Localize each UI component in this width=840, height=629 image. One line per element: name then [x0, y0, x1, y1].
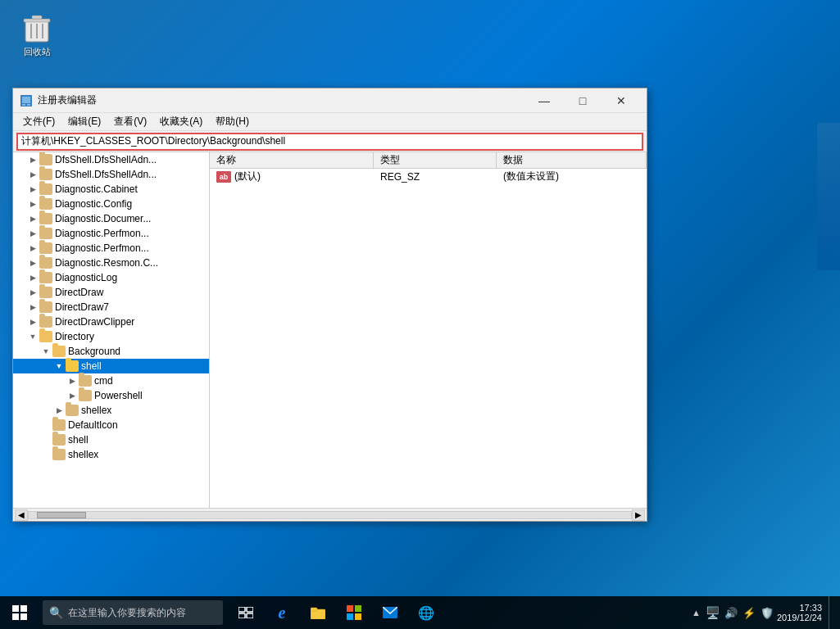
tree-item-diagnostic-cabinet[interactable]: ▶ Diagnostic.Cabinet	[13, 182, 209, 197]
expand-icon: ▼	[26, 330, 39, 343]
expand-icon: ▶	[26, 286, 39, 299]
svg-rect-2	[32, 16, 42, 19]
menu-favorites[interactable]: 收藏夹(A)	[153, 114, 209, 130]
cortana-button[interactable]: 🌐	[410, 596, 443, 629]
system-tray: ▲ 🖥️ 🔊 ⚡ 🛡️	[692, 606, 774, 619]
recycle-bin-label: 回收站	[24, 46, 51, 58]
scroll-track[interactable]	[28, 511, 632, 519]
folder-icon	[39, 242, 52, 254]
tree-label: Diagnostic.Config	[55, 198, 132, 210]
clock-time: 17:33	[777, 603, 822, 613]
maximize-button[interactable]: □	[564, 88, 602, 113]
folder-icon	[66, 360, 79, 372]
folder-icon	[52, 434, 66, 446]
close-button[interactable]: ✕	[602, 88, 640, 113]
recycle-bin-icon[interactable]: 回收站	[8, 8, 66, 61]
recycle-bin-image	[20, 11, 53, 44]
svg-rect-18	[238, 607, 245, 612]
tree-label: shell	[81, 360, 102, 372]
store-button[interactable]	[338, 596, 370, 629]
tree-item-directdraw7[interactable]: ▶ DirectDraw7	[13, 300, 209, 314]
tree-item-diagnostic-resmon[interactable]: ▶ Diagnostic.Resmon.C...	[13, 256, 209, 270]
row-name-label: (默认)	[234, 170, 261, 183]
tree-item-cmd[interactable]: ▶ cmd	[13, 373, 209, 388]
ab-icon: ab	[216, 171, 231, 183]
tree-panel[interactable]: ▶ DfsShell.DfsShellAdn... ▶ DfsShell.Dfs…	[13, 152, 210, 508]
taskbar-right: ▲ 🖥️ 🔊 ⚡ 🛡️ 17:33 2019/12/24	[692, 596, 840, 629]
scroll-right-button[interactable]: ▶	[632, 509, 645, 521]
tree-item-dfsshell1[interactable]: ▶ DfsShell.DfsShellAdn...	[13, 152, 209, 167]
file-explorer-button[interactable]	[302, 596, 334, 629]
folder-icon	[39, 154, 52, 165]
table-row[interactable]: ab (默认) REG_SZ (数值未设置)	[210, 169, 647, 185]
folder-icon	[52, 346, 66, 357]
clock-date: 2019/12/24	[777, 613, 822, 622]
menu-file[interactable]: 文件(F)	[16, 114, 61, 130]
tree-item-powershell[interactable]: ▶ Powershell	[13, 388, 209, 403]
tree-item-shellex2[interactable]: shellex	[13, 447, 209, 462]
col-header-type[interactable]: 类型	[374, 152, 497, 168]
tree-label: DfsShell.DfsShellAdn...	[55, 154, 157, 165]
tree-item-shell[interactable]: ▼ shell	[13, 359, 209, 373]
svg-rect-25	[355, 605, 361, 612]
cell-data: (数值未设置)	[497, 169, 647, 184]
tree-item-directdraw[interactable]: ▶ DirectDraw	[13, 285, 209, 300]
svg-rect-23	[311, 608, 317, 611]
expand-icon: ▼	[52, 360, 66, 373]
blue-accent-panel	[817, 123, 840, 270]
desktop: 回收站 此电脑 注册表编辑器	[0, 0, 840, 629]
menu-edit[interactable]: 编辑(E)	[61, 114, 107, 130]
task-view-button[interactable]	[229, 596, 262, 629]
tree-item-defaulticon[interactable]: DefaultIcon	[13, 418, 209, 432]
svg-rect-24	[347, 605, 353, 612]
expand-icon: ▶	[26, 212, 39, 225]
horizontal-scrollbar[interactable]: ◀ ▶	[13, 508, 647, 521]
tree-item-directory[interactable]: ▼ Directory	[13, 329, 209, 344]
menu-help[interactable]: 帮助(H)	[209, 114, 256, 130]
folder-icon	[39, 169, 52, 180]
taskbar-clock[interactable]: 17:33 2019/12/24	[777, 603, 822, 622]
ie-button[interactable]: e	[266, 596, 298, 629]
tree-item-diagnostic-documer[interactable]: ▶ Diagnostic.Documer...	[13, 211, 209, 226]
scroll-left-button[interactable]: ◀	[15, 509, 28, 521]
tree-item-diagnosticlog[interactable]: ▶ DiagnosticLog	[13, 270, 209, 285]
col-header-name[interactable]: 名称	[210, 152, 374, 168]
tree-label: DirectDrawClipper	[55, 316, 134, 328]
tree-label: Background	[68, 346, 120, 357]
svg-rect-17	[20, 613, 27, 620]
tree-item-directdrawclipper[interactable]: ▶ DirectDrawClipper	[13, 314, 209, 329]
tree-item-background[interactable]: ▼ Background	[13, 344, 209, 359]
tree-item-diagnostic-perfmon2[interactable]: ▶ Diagnostic.Perfmon...	[13, 241, 209, 256]
svg-rect-13	[27, 104, 30, 106]
window-title: 注册表编辑器	[38, 93, 525, 107]
expand-icon	[39, 419, 52, 432]
svg-rect-15	[20, 605, 27, 612]
menu-view[interactable]: 查看(V)	[107, 114, 153, 130]
tray-up-arrow[interactable]: ▲	[692, 608, 701, 618]
start-button[interactable]	[0, 596, 39, 629]
tree-label: Diagnostic.Documer...	[55, 213, 151, 224]
network-icon: 🖥️	[706, 606, 720, 619]
cell-name: ab (默认)	[210, 169, 374, 184]
tree-item-shellex-sub[interactable]: ▶ shellex	[13, 403, 209, 418]
folder-icon	[52, 419, 66, 431]
tree-item-diagnostic-perfmon1[interactable]: ▶ Diagnostic.Perfmon...	[13, 226, 209, 241]
menu-bar: 文件(F) 编辑(E) 查看(V) 收藏夹(A) 帮助(H)	[13, 113, 647, 131]
tree-item-diagnostic-config[interactable]: ▶ Diagnostic.Config	[13, 197, 209, 211]
address-input[interactable]	[16, 133, 643, 151]
svg-rect-16	[12, 613, 19, 620]
tree-item-dfsshell2[interactable]: ▶ DfsShell.DfsShellAdn...	[13, 167, 209, 182]
scroll-thumb[interactable]	[37, 512, 86, 518]
volume-icon[interactable]: 🔊	[724, 607, 738, 619]
show-desktop-button[interactable]	[829, 596, 833, 629]
taskbar: 🔍 在这里输入你要搜索的内容 e	[0, 596, 840, 629]
tree-item-shell2[interactable]: shell	[13, 432, 209, 447]
mail-button[interactable]	[374, 596, 406, 629]
folder-icon	[39, 272, 52, 283]
expand-icon: ▼	[39, 345, 52, 358]
expand-icon: ▶	[26, 183, 39, 196]
taskbar-search[interactable]: 🔍 在这里输入你要搜索的内容	[43, 600, 223, 625]
col-header-data[interactable]: 数据	[497, 152, 647, 168]
expand-icon: ▶	[26, 301, 39, 314]
minimize-button[interactable]: —	[525, 88, 563, 113]
